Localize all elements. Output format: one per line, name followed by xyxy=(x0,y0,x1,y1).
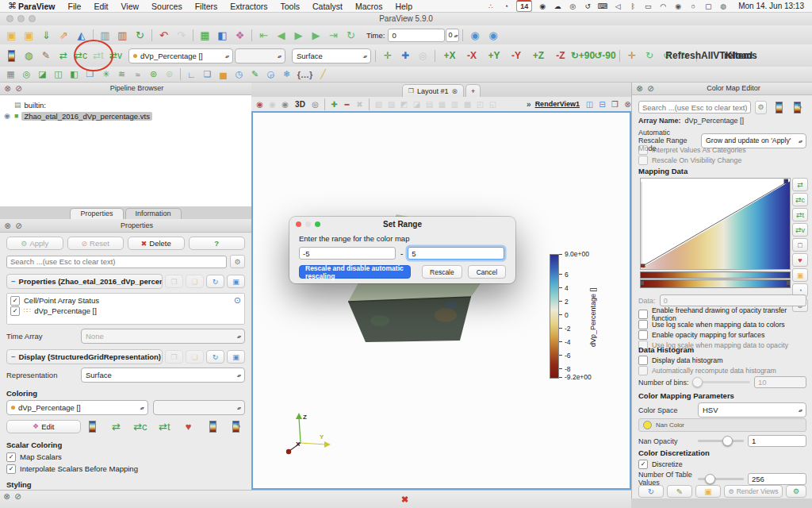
rotate-90-counterclockwise-button[interactable]: ↺-90 xyxy=(595,48,615,64)
separate-color-map-button[interactable] xyxy=(84,418,101,434)
rescale-over-time-button[interactable]: ⇄t xyxy=(792,208,808,221)
menu-paraview[interactable]: ParaView xyxy=(18,2,56,11)
menu-help[interactable]: Help xyxy=(395,2,412,11)
reset-to-defaults-button[interactable]: ↻ xyxy=(206,350,224,364)
cme-search-input[interactable] xyxy=(638,101,751,114)
choose-preset-button[interactable]: ♥ xyxy=(180,418,197,434)
show-color-legend-button[interactable] xyxy=(205,418,221,434)
dialog-zoom-button[interactable] xyxy=(315,221,320,227)
edit-color-legend-button[interactable]: ✎ xyxy=(228,418,245,434)
zoom-closest-to-data-button[interactable]: ✚ xyxy=(397,48,413,64)
capture-screenshot-button[interactable]: ⇗ xyxy=(56,27,72,43)
plot-over-line-button[interactable]: ∟ xyxy=(184,68,199,80)
rescale-to-data-range-button[interactable]: ⇄ xyxy=(792,178,808,191)
representation-select[interactable]: Surface xyxy=(81,368,245,383)
delete-button[interactable]: ✖Delete xyxy=(128,237,185,250)
menu-clock[interactable]: Mon 14. Jun 13:13 xyxy=(738,2,804,10)
temporal-interpolator-button[interactable]: ❄ xyxy=(279,68,294,80)
menu-file[interactable]: File xyxy=(68,2,82,11)
calculator-button[interactable]: ▦ xyxy=(3,68,18,80)
log-scale-colors-checkbox[interactable] xyxy=(638,320,648,329)
vcr-previous-frame-button[interactable]: ◀ xyxy=(273,27,289,43)
color-palette-button[interactable]: ❖ xyxy=(232,27,248,43)
disc-menu-icon[interactable]: ◎ xyxy=(568,2,577,11)
table-values-input[interactable] xyxy=(748,473,806,485)
set-view-plus-x-button[interactable]: +X xyxy=(439,48,460,64)
menu-catalyst[interactable]: Catalyst xyxy=(312,2,343,11)
discretize-checkbox[interactable] xyxy=(638,460,648,469)
keyboard-menu-icon[interactable]: ⌨ xyxy=(598,2,607,11)
vcr-first-frame-button[interactable]: ⇤ xyxy=(255,27,272,43)
edit-color-map-button[interactable]: ❖Edit xyxy=(6,420,81,433)
ruler-button[interactable]: ╱ xyxy=(316,68,331,80)
import-preset-button[interactable]: ▣ xyxy=(792,268,808,282)
extract-selection-button[interactable]: ✎ xyxy=(247,68,262,80)
menu-extractors[interactable]: Extractors xyxy=(230,2,267,11)
error-indicator-icon[interactable]: ✖ xyxy=(401,495,408,505)
menu-macros[interactable]: Macros xyxy=(355,2,382,11)
save-preset-button[interactable]: ▣ xyxy=(695,485,721,498)
edit-color-map-button[interactable]: ◍ xyxy=(21,48,36,64)
cloud-menu-icon[interactable]: ☁ xyxy=(553,2,562,11)
paraview-logo-button[interactable]: ◭ xyxy=(73,27,90,43)
window-close-button[interactable] xyxy=(6,15,13,22)
more-tools-chevron[interactable]: » xyxy=(527,100,531,109)
contour-button[interactable]: ◎ xyxy=(19,68,34,80)
bluetooth-menu-icon[interactable]: ᛒ xyxy=(628,2,638,11)
cell-point-array-status-checkbox[interactable] xyxy=(10,296,20,306)
rescale-to-custom-range-button[interactable]: ⇄c xyxy=(792,193,808,206)
save-animation-button[interactable]: ◉ xyxy=(485,27,501,43)
help-button[interactable]: ? xyxy=(189,237,246,250)
search-options-gear-icon[interactable]: ⚙ xyxy=(230,255,245,268)
color-space-select[interactable]: HSV xyxy=(698,402,806,418)
menu-edit[interactable]: Edit xyxy=(94,2,108,11)
calendar-menu-icon[interactable]: 14 xyxy=(516,0,532,12)
siri-menu-icon[interactable]: ◍ xyxy=(718,2,728,11)
clip-button[interactable]: ◪ xyxy=(35,68,50,80)
rescale-button[interactable]: Rescale xyxy=(422,265,462,279)
save-as-default-button[interactable]: ✎ xyxy=(667,485,692,498)
window-zoom-button[interactable] xyxy=(29,15,36,22)
menu-sources[interactable]: Sources xyxy=(151,2,182,11)
extract-subset-button[interactable]: ❒ xyxy=(82,68,98,80)
volume-menu-icon[interactable]: ◁ xyxy=(613,2,622,11)
reset-session-button[interactable]: ↻ xyxy=(132,27,148,43)
render-viewport[interactable]: 9.0e+006420-2-4-6-8-9.2e+00 dVp_Percenta… xyxy=(251,111,631,490)
pipeline-item-dataset[interactable]: ◉ ■ Zhao_etal_2016_dVp_percentage.vts xyxy=(3,110,248,121)
grow-selection-button[interactable]: ✚ xyxy=(328,98,340,110)
restore-array-defaults-icon[interactable]: ⊙ xyxy=(234,295,241,306)
properties-search-input[interactable] xyxy=(6,256,227,268)
vcr-last-frame-button[interactable]: ⇥ xyxy=(325,27,342,43)
map-scalars-checkbox[interactable] xyxy=(6,452,16,462)
nan-opacity-input[interactable] xyxy=(748,435,806,447)
rescale-over-time-button[interactable]: ⇄t xyxy=(156,418,173,434)
visibility-eye-icon[interactable]: ◉ xyxy=(3,112,11,120)
vcr-loop-button[interactable]: ↻ xyxy=(343,27,359,43)
load-state-button[interactable]: ▣ xyxy=(21,27,37,43)
save-data-button[interactable]: ⇓ xyxy=(38,27,55,43)
range-min-input[interactable] xyxy=(299,247,396,260)
set-view-minus-z-button[interactable]: -Z xyxy=(550,48,571,64)
zoom-to-box-button[interactable]: ◎ xyxy=(309,98,321,110)
close-layout-icon[interactable]: ⊗ xyxy=(451,87,458,95)
rescale-disable-auto-button[interactable]: Rescale and disable automatic rescaling xyxy=(299,265,411,279)
auto-apply-button[interactable]: ▦ xyxy=(197,27,213,43)
rescale-to-visible-range-button[interactable]: ⇄v xyxy=(792,223,808,237)
range-max-input[interactable] xyxy=(408,247,504,260)
apple-menu-icon[interactable]: ⌘ xyxy=(8,1,17,11)
display-histogram-checkbox[interactable] xyxy=(638,356,648,365)
vcr-play-button[interactable]: ▶ xyxy=(290,27,307,43)
time-input[interactable] xyxy=(388,29,445,42)
connect-server-button[interactable]: ▥ xyxy=(97,27,113,43)
tab-information[interactable]: Information xyxy=(125,208,182,219)
cancel-button[interactable]: Cancel xyxy=(468,265,506,279)
close-panel-button[interactable] xyxy=(3,221,12,230)
menu-tools[interactable]: Tools xyxy=(281,2,301,11)
color-array-select[interactable]: dVp_Percentage [] xyxy=(128,48,233,64)
reset-to-defaults-button[interactable]: ↻ xyxy=(206,275,224,288)
freehand-opacity-checkbox[interactable] xyxy=(638,310,648,319)
menu-view[interactable]: View xyxy=(121,2,140,11)
tab-properties[interactable]: Properties xyxy=(70,208,123,219)
source-properties-section-header[interactable]: − Properties (Zhao_etal_2016_dVp_percent… xyxy=(6,274,163,289)
interpolate-scalars-checkbox[interactable] xyxy=(6,464,16,474)
